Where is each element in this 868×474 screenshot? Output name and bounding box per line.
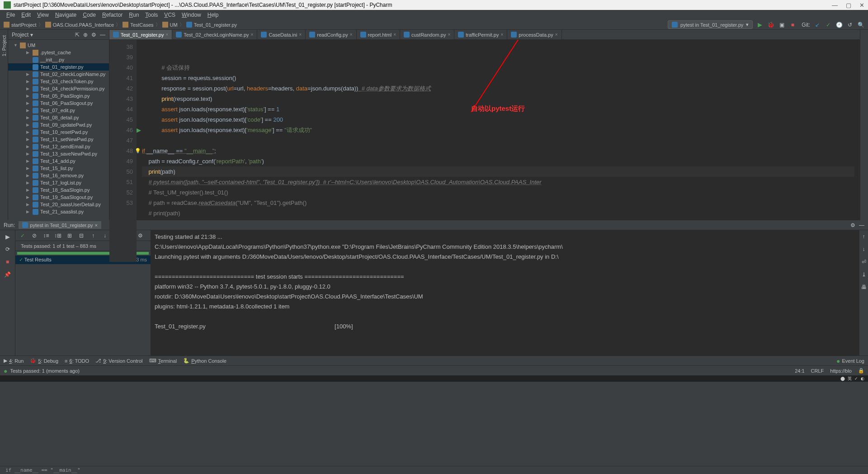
- tree-item[interactable]: ▶Test_14_add.py: [8, 157, 109, 165]
- close-tab-icon[interactable]: ×: [251, 32, 254, 37]
- close-tab-icon[interactable]: ×: [393, 32, 396, 37]
- stop-button[interactable]: ■: [3, 257, 12, 266]
- menu-refactor[interactable]: Refactor: [99, 11, 125, 19]
- code-body[interactable]: # 会话保持 session = requests.session() resp…: [137, 40, 860, 262]
- print-icon[interactable]: 🖶: [859, 283, 868, 292]
- tree-item[interactable]: ▶Test_16_remove.py: [8, 172, 109, 179]
- bottom-tab[interactable]: ⌨Terminal: [149, 358, 177, 364]
- tree-item[interactable]: ▶Test_07_edit.py: [8, 107, 109, 114]
- breadcrumb-segment[interactable]: TestCases: [130, 22, 153, 28]
- sort-icon[interactable]: ↕≡: [42, 231, 51, 240]
- tree-item[interactable]: Test_01_register.py: [8, 63, 109, 71]
- tree-item[interactable]: ▶Test_19_SaaSlogout.py: [8, 194, 109, 201]
- line-separator[interactable]: CRLF: [811, 368, 824, 374]
- editor-tab[interactable]: custRandom.py×: [400, 30, 454, 39]
- menu-help[interactable]: Help: [205, 11, 222, 19]
- tree-item[interactable]: ▶Test_20_saasUserDetail.py: [8, 201, 109, 208]
- close-tab-icon[interactable]: ×: [555, 32, 558, 37]
- breadcrumb-segment[interactable]: startProject: [11, 22, 37, 28]
- lock-icon[interactable]: 🔒: [858, 368, 864, 374]
- stop-button[interactable]: ■: [789, 21, 796, 28]
- tray-icon[interactable]: ◐: [861, 376, 864, 381]
- breadcrumb-segment[interactable]: Test_01_register.py: [194, 22, 237, 28]
- menu-code[interactable]: Code: [80, 11, 99, 19]
- close-tab-icon[interactable]: ×: [350, 32, 353, 37]
- soft-wrap-icon[interactable]: ⏎: [859, 257, 868, 266]
- bottom-tab[interactable]: ▶4: Run: [4, 358, 24, 364]
- collapse-all-icon[interactable]: ⇱: [75, 32, 80, 38]
- settings-gear-icon[interactable]: ⚙: [91, 32, 96, 38]
- sort-alpha-icon[interactable]: ↕⊞: [53, 231, 62, 240]
- tray-icon[interactable]: 英: [848, 376, 852, 382]
- scroll-to-end-icon[interactable]: ⤓: [859, 270, 868, 279]
- bottom-tab[interactable]: 🐍Python Console: [183, 358, 226, 364]
- tree-item[interactable]: ▶Test_02_checkLoginName.py: [8, 71, 109, 78]
- tree-folder-um[interactable]: ▼ UM: [8, 42, 109, 49]
- breadcrumb-segment[interactable]: OAS.Cloud.PAAS_Interface: [53, 22, 114, 28]
- editor-tab[interactable]: report.html×: [357, 30, 400, 39]
- next-test-icon[interactable]: ↓: [100, 231, 109, 240]
- editor-tab[interactable]: Test_02_checkLoginName.py×: [172, 30, 257, 39]
- up-nav-icon[interactable]: ↑: [859, 232, 868, 241]
- tree-item[interactable]: ▶Test_11_setNewPwd.py: [8, 136, 109, 143]
- vcs-revert-icon[interactable]: ↺: [846, 21, 854, 28]
- menu-edit[interactable]: Edit: [19, 11, 33, 19]
- prev-test-icon[interactable]: ↑: [89, 231, 98, 240]
- code-editor[interactable]: 383940414243444546▶4748💡4950515253 # 会话保…: [109, 40, 860, 262]
- editor-tab[interactable]: CaseData.ini×: [257, 30, 306, 39]
- run-with-coverage-button[interactable]: ▣: [778, 21, 785, 28]
- bottom-tab[interactable]: 🐞5: Debug: [30, 358, 58, 364]
- menu-file[interactable]: File: [4, 11, 18, 19]
- menu-tools[interactable]: Tools: [142, 11, 160, 19]
- tree-item[interactable]: ▶Test_17_logList.py: [8, 179, 109, 186]
- maximize-button[interactable]: ▢: [846, 2, 851, 9]
- tree-item[interactable]: ▶Test_18_SaaSlogin.py: [8, 186, 109, 194]
- tray-icon[interactable]: ✓: [854, 376, 858, 381]
- rerun-button[interactable]: ▶: [3, 232, 12, 241]
- tree-item[interactable]: ▶Test_03_checkToken.py: [8, 78, 109, 85]
- bottom-tab[interactable]: ⎇9: Version Control: [95, 358, 142, 364]
- tree-item[interactable]: ▶Test_10_resetPwd.py: [8, 128, 109, 136]
- expand-all-icon[interactable]: ⊞: [65, 231, 74, 240]
- debug-button[interactable]: 🐞: [767, 21, 774, 28]
- rerun-failed-button[interactable]: ⟳: [3, 245, 12, 254]
- close-tab-icon[interactable]: ×: [95, 223, 98, 228]
- menu-run[interactable]: Run: [126, 11, 142, 19]
- close-tab-icon[interactable]: ×: [500, 32, 503, 37]
- tree-item[interactable]: __init__.py: [8, 56, 109, 63]
- vcs-update-icon[interactable]: ↙: [814, 21, 821, 28]
- editor-tab[interactable]: readConfig.py×: [306, 30, 356, 39]
- tree-item[interactable]: ▶Test_09_updatePwd.py: [8, 121, 109, 128]
- close-button[interactable]: ✕: [859, 2, 864, 9]
- editor-tab[interactable]: trafficPermit.py×: [454, 30, 507, 39]
- tray-icon[interactable]: ⬤: [840, 376, 845, 381]
- vcs-commit-icon[interactable]: ✓: [825, 21, 832, 28]
- bottom-tab[interactable]: ≡6: TODO: [65, 358, 89, 364]
- tree-item[interactable]: ▶Test_12_sendEmail.py: [8, 143, 109, 150]
- collapse-all-icon[interactable]: ⊟: [77, 231, 86, 240]
- close-tab-icon[interactable]: ×: [448, 32, 450, 37]
- hide-tool-icon[interactable]: —: [100, 32, 105, 38]
- pin-tab-icon[interactable]: 📌: [3, 270, 12, 279]
- run-configuration-selector[interactable]: pytest in Test_01_register.py ▾: [668, 20, 753, 29]
- tree-item[interactable]: ▶Test_13_saveNewPwd.py: [8, 150, 109, 157]
- run-button[interactable]: ▶: [756, 21, 764, 28]
- run-tab[interactable]: pytest in Test_01_register.py ×: [19, 221, 101, 229]
- event-log-tab[interactable]: ● Event Log: [836, 357, 864, 365]
- editor-tab[interactable]: processData.py×: [507, 30, 561, 39]
- tree-item[interactable]: ▶Test_15_list.py: [8, 165, 109, 172]
- menu-vcs[interactable]: VCS: [161, 11, 178, 19]
- tree-item[interactable]: ▶Test_04_checkPermission.py: [8, 85, 109, 92]
- locate-file-icon[interactable]: ⊕: [83, 32, 88, 38]
- down-nav-icon[interactable]: ↓: [859, 245, 868, 254]
- tree-item[interactable]: ▶Test_21_saaslist.py: [8, 208, 109, 215]
- menu-window[interactable]: Window: [179, 11, 204, 19]
- breadcrumb-segment[interactable]: UM: [170, 22, 178, 28]
- menu-navigate[interactable]: Navigate: [52, 11, 79, 19]
- search-everywhere-icon[interactable]: 🔍: [857, 21, 864, 28]
- project-tool-tab[interactable]: 1: Project: [0, 32, 8, 60]
- tree-item[interactable]: ▶Test_06_PaaSlogout.py: [8, 100, 109, 107]
- tree-item[interactable]: ▶Test_08_detail.py: [8, 114, 109, 121]
- editor-tab[interactable]: Test_01_register.py×: [109, 30, 172, 39]
- vcs-history-icon[interactable]: 🕘: [835, 21, 843, 28]
